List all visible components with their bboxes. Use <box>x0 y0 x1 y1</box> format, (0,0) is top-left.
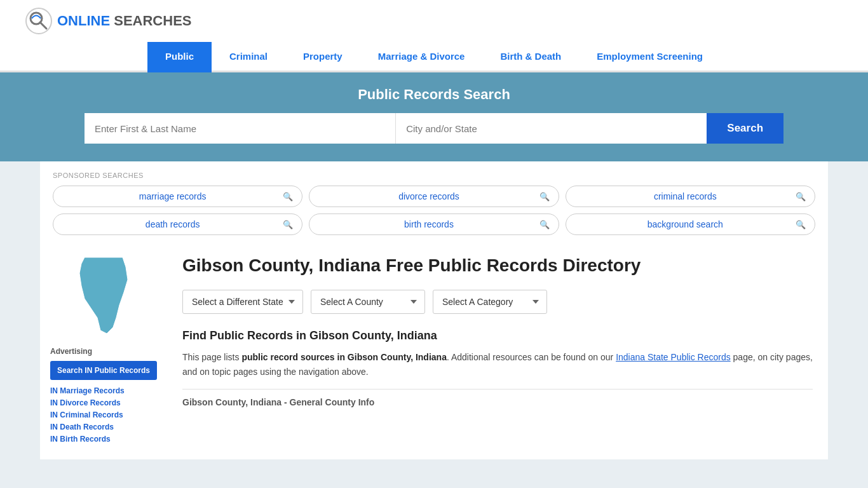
sidebar-link-criminal[interactable]: IN Criminal Records <box>50 410 157 419</box>
sponsored-tag-birth-records[interactable]: birth records 🔍 <box>309 214 559 235</box>
find-records-heading: Find Public Records in Gibson County, In… <box>182 329 813 342</box>
indiana-state-link[interactable]: Indiana State Public Records <box>616 352 731 362</box>
sponsored-tag-text: marriage records <box>62 191 283 201</box>
sponsored-section: SPONSORED SEARCHES marriage records 🔍 di… <box>40 161 828 241</box>
search-icon: 🔍 <box>796 220 806 229</box>
sidebar-search-button[interactable]: Search IN Public Records <box>50 361 157 380</box>
nav-item-property[interactable]: Property <box>285 42 360 72</box>
logo[interactable]: ONLINE SEARCHES <box>25 8 192 34</box>
dropdowns-row: Select a Different State Select A County… <box>182 290 813 314</box>
svg-marker-3 <box>79 257 128 334</box>
state-map <box>65 254 142 337</box>
search-icon: 🔍 <box>283 220 293 229</box>
search-form: Search <box>85 113 783 144</box>
sidebar-link-divorce[interactable]: IN Divorce Records <box>50 398 157 407</box>
sidebar-link-marriage[interactable]: IN Marriage Records <box>50 386 157 395</box>
sponsored-grid: marriage records 🔍 divorce records 🔍 cri… <box>53 186 815 235</box>
location-input[interactable] <box>396 113 707 144</box>
sidebar-link-birth[interactable]: IN Birth Records <box>50 435 157 444</box>
sponsored-tag-background-search[interactable]: background search 🔍 <box>566 214 815 235</box>
nav-item-birth-death[interactable]: Birth & Death <box>482 42 579 72</box>
main-content: Gibson County, Indiana Free Public Recor… <box>167 241 828 459</box>
nav-item-public[interactable]: Public <box>147 42 212 72</box>
sponsored-tag-text: criminal records <box>575 191 796 201</box>
name-input[interactable] <box>85 113 396 144</box>
description-text: This page lists public record sources in… <box>182 350 813 379</box>
logo-text: ONLINE SEARCHES <box>57 13 192 29</box>
sponsored-tag-divorce-records[interactable]: divorce records 🔍 <box>309 186 559 207</box>
sponsored-tag-criminal-records[interactable]: criminal records 🔍 <box>566 186 815 207</box>
advertising-label: Advertising <box>50 347 157 356</box>
search-icon: 🔍 <box>283 192 293 201</box>
sponsored-label: SPONSORED SEARCHES <box>53 172 815 179</box>
nav-item-criminal[interactable]: Criminal <box>212 42 285 72</box>
logo-icon <box>25 8 52 34</box>
search-icon: 🔍 <box>539 192 550 201</box>
search-banner: Public Records Search Search <box>0 72 868 161</box>
search-icon: 🔍 <box>796 192 806 201</box>
search-button[interactable]: Search <box>707 113 783 144</box>
category-dropdown[interactable]: Select A Category <box>433 290 547 314</box>
search-icon: 🔍 <box>539 220 550 229</box>
svg-line-2 <box>40 22 46 29</box>
header: ONLINE SEARCHES <box>0 0 868 42</box>
main-wrapper: SPONSORED SEARCHES marriage records 🔍 di… <box>40 161 828 459</box>
sponsored-tag-marriage-records[interactable]: marriage records 🔍 <box>53 186 302 207</box>
page-title: Gibson County, Indiana Free Public Recor… <box>182 254 813 277</box>
state-dropdown[interactable]: Select a Different State <box>182 290 303 314</box>
subsection-heading: Gibson County, Indiana - General County … <box>182 389 813 407</box>
svg-point-0 <box>26 8 51 34</box>
sponsored-tag-text: background search <box>575 219 796 229</box>
sidebar-link-death[interactable]: IN Death Records <box>50 423 157 431</box>
description-part2: . Additional resources can be found on o… <box>447 352 616 362</box>
description-bold: public record sources in Gibson County, … <box>241 352 447 362</box>
nav-item-marriage-divorce[interactable]: Marriage & Divorce <box>360 42 483 72</box>
content-columns: Advertising Search IN Public Records IN … <box>40 241 828 459</box>
main-nav: Public Criminal Property Marriage & Divo… <box>0 42 868 72</box>
sponsored-tag-text: death records <box>62 219 283 229</box>
nav-item-employment[interactable]: Employment Screening <box>579 42 721 72</box>
sponsored-tag-text: birth records <box>318 219 539 229</box>
sidebar: Advertising Search IN Public Records IN … <box>40 241 167 459</box>
county-dropdown[interactable]: Select A County <box>311 290 425 314</box>
sponsored-tag-text: divorce records <box>318 191 539 201</box>
description-part1: This page lists <box>182 352 241 362</box>
sponsored-tag-death-records[interactable]: death records 🔍 <box>53 214 302 235</box>
search-banner-title: Public Records Search <box>25 86 843 103</box>
